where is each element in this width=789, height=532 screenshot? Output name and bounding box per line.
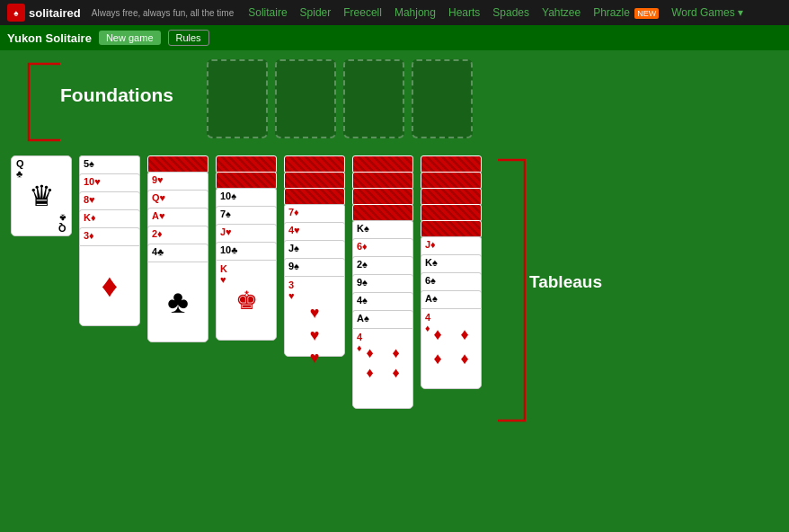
3h-pips: ♥ ♥ ♥: [310, 304, 320, 368]
new-badge: NEW: [634, 8, 659, 19]
fd3-col6: [421, 188, 482, 206]
card-2d[interactable]: 2♦: [147, 226, 208, 245]
card-10c[interactable]: 10♣: [216, 242, 277, 262]
4d-pips: ♦ ♦ ♦ ♦: [359, 345, 407, 381]
fd5-col6: [421, 220, 482, 238]
fd3-col5: [352, 188, 413, 206]
nav-freecell[interactable]: Freecell: [343, 6, 382, 19]
card-4d2-full[interactable]: 4♦ ♦ ♦ ♦ ♦: [421, 308, 482, 389]
fd2-col3: [216, 172, 277, 190]
foundation-slot-3[interactable]: [343, 59, 404, 138]
tableau-area: Q♣ ♛ Q♣ 5♠ 10♥ 8♥ K♦ 3♦ ♦ 9♥ Q♥ A♥: [11, 155, 778, 532]
fd2-col6: [421, 172, 482, 190]
card-4c[interactable]: 4♣: [147, 244, 208, 263]
card-4d-full[interactable]: 4♦ ♦ ♦ ♦ ♦: [352, 328, 413, 409]
fd1-col3: [216, 155, 277, 173]
card-4h[interactable]: 4♥: [284, 222, 345, 242]
fd1-col6: [421, 155, 482, 173]
card-9s[interactable]: 9♠: [284, 258, 345, 278]
nav-solitaire[interactable]: Solitaire: [248, 6, 287, 19]
nav-spider[interactable]: Spider: [300, 6, 332, 19]
card-6d[interactable]: 6♦: [352, 238, 413, 258]
fd3-col4: [284, 188, 345, 206]
diamond-symbol: ♦: [102, 267, 118, 305]
card-qh[interactable]: Q♥: [147, 190, 208, 209]
new-game-button[interactable]: New game: [99, 31, 161, 45]
rules-button[interactable]: Rules: [168, 30, 209, 46]
card-as2[interactable]: A♠: [421, 290, 482, 310]
tableaus-bracket-svg: [489, 155, 534, 425]
tagline: Always free, always fun, all the time: [92, 8, 234, 18]
logo-text: solitaired: [29, 6, 81, 20]
card-ah[interactable]: A♥: [147, 208, 208, 227]
card-8h[interactable]: 8♥: [79, 191, 140, 211]
card-club-big[interactable]: ♣: [147, 262, 208, 342]
tableau-col-5: K♠ 6♦ 2♠ 9♠ 4♠ A♠ 4♦ ♦ ♦ ♦ ♦: [352, 155, 413, 532]
card-jd[interactable]: J♦: [421, 236, 482, 256]
card-diamond-big[interactable]: ♦: [79, 245, 140, 326]
card-7d[interactable]: 7♦: [284, 204, 345, 224]
header: ♠ solitaired Always free, always fun, al…: [0, 0, 789, 25]
card-6s[interactable]: 6♠: [421, 272, 482, 292]
card-3h-full[interactable]: 3♥ ♥ ♥ ♥: [284, 276, 345, 357]
nav-mahjong[interactable]: Mahjong: [394, 6, 436, 19]
card-10s[interactable]: 10♠: [216, 188, 277, 208]
card-3d[interactable]: 3♦: [79, 227, 140, 247]
tableau-col-2: 9♥ Q♥ A♥ 2♦ 4♣ ♣: [147, 155, 208, 532]
card-kh-full[interactable]: K♥ ♚: [216, 260, 277, 341]
club-symbol: ♣: [167, 283, 189, 321]
nav-yahtzee[interactable]: Yahtzee: [542, 6, 581, 19]
fd1-col5: [352, 155, 413, 173]
fd4-col5: [352, 204, 413, 222]
card-7s[interactable]: 7♠: [216, 206, 277, 226]
foundation-slot-1[interactable]: [207, 59, 268, 138]
card-br: Q♣: [58, 213, 66, 233]
kh-icon: ♚: [235, 286, 258, 315]
game-title: Yukon Solitaire: [7, 31, 92, 45]
queen-clubs-card[interactable]: Q♣ ♛ Q♣: [11, 155, 72, 236]
nav-word-games[interactable]: Word Games ▾: [671, 6, 743, 19]
card-center-icon: ♛: [29, 179, 55, 213]
card-as[interactable]: A♠: [352, 310, 413, 330]
card-2s[interactable]: 2♠: [352, 256, 413, 276]
logo[interactable]: ♠ solitaired: [7, 4, 81, 22]
card-9s2[interactable]: 9♠: [352, 274, 413, 294]
main-nav: Solitaire Spider Freecell Mahjong Hearts…: [248, 6, 743, 19]
foundation-row: Foundations: [11, 59, 778, 145]
nav-hearts[interactable]: Hearts: [448, 6, 480, 19]
tableau-col-1: 5♠ 10♥ 8♥ K♦ 3♦ ♦: [79, 155, 140, 532]
fd2-col5: [352, 172, 413, 190]
nav-phrazle[interactable]: Phrazle NEW: [593, 6, 659, 19]
logo-icon: ♠: [7, 4, 25, 22]
card-5s[interactable]: 5♠: [79, 155, 140, 175]
tableau-col-6: J♦ K♠ 6♠ A♠ 4♦ ♦ ♦ ♦ ♦: [421, 155, 482, 532]
4d2-pips: ♦ ♦ ♦ ♦: [427, 325, 475, 368]
card-ks[interactable]: K♠: [352, 220, 413, 240]
fd1-col4: [284, 155, 345, 173]
card-10h[interactable]: 10♥: [79, 173, 140, 193]
subheader: Yukon Solitaire New game Rules: [0, 25, 789, 50]
tableau-col-3: 10♠ 7♠ J♥ 10♣ K♥ ♚: [216, 155, 277, 532]
kh-rank: K♥: [220, 263, 227, 285]
game-area: Foundations Q♣ ♛ Q♣ 5♠ 10♥ 8♥ K♦ 3♦: [0, 50, 789, 532]
fd4-col6: [421, 204, 482, 222]
card-9h[interactable]: 9♥: [147, 172, 208, 191]
nav-spades[interactable]: Spades: [492, 6, 529, 19]
card-kd[interactable]: K♦: [79, 209, 140, 229]
foundation-slot-4[interactable]: [412, 59, 473, 138]
fd2-col4: [284, 172, 345, 190]
tableau-col-0: Q♣ ♛ Q♣: [11, 155, 72, 241]
foundations-label: Foundations: [60, 84, 173, 106]
card-js[interactable]: J♠: [284, 240, 345, 260]
card-tl: Q♣: [16, 159, 24, 179]
3h-rank: 3♥: [288, 279, 295, 301]
tableaus-label: Tableaus: [529, 272, 602, 292]
card-jh[interactable]: J♥: [216, 224, 277, 244]
tableau-col-4: 7♦ 4♥ J♠ 9♠ 3♥ ♥ ♥ ♥: [284, 155, 345, 532]
foundation-label-area: Foundations: [11, 59, 199, 145]
card-ks2[interactable]: K♠: [421, 254, 482, 274]
card-4s[interactable]: 4♠: [352, 292, 413, 312]
foundation-slot-2[interactable]: [275, 59, 336, 138]
fd-card-col2: [147, 155, 208, 173]
